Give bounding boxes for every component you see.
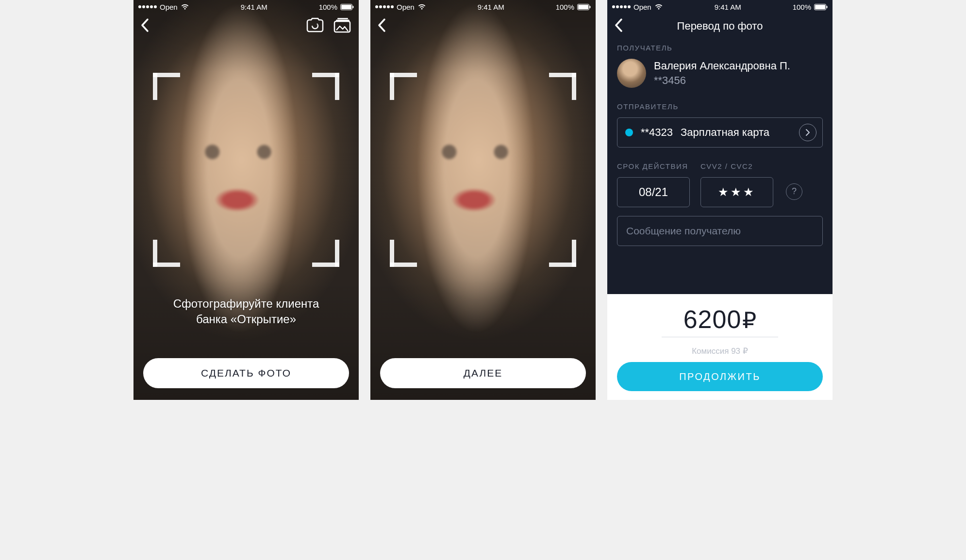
- wifi-icon: [181, 3, 189, 10]
- svg-rect-7: [578, 5, 588, 9]
- svg-rect-8: [590, 6, 591, 8]
- expiry-label: СРОК ДЕЙСТВИЯ: [617, 162, 690, 170]
- signal-dots-icon: [612, 5, 631, 8]
- screen-transfer: Open 9:41 AM 100% Перевод по фото ПОЛУЧА…: [607, 0, 833, 400]
- message-placeholder: Сообщение получателю: [626, 225, 741, 237]
- cvv-help-button[interactable]: ?: [786, 183, 802, 200]
- message-input[interactable]: Сообщение получателю: [617, 216, 823, 246]
- svg-rect-11: [827, 6, 828, 8]
- recipient-row: Валерия Александровна П. **3456: [617, 59, 823, 88]
- amount-currency: ₽: [742, 307, 756, 333]
- back-button[interactable]: [140, 18, 149, 34]
- battery-icon: [340, 4, 354, 10]
- status-bar: Open 9:41 AM 100%: [607, 0, 833, 14]
- amount-underline: [662, 337, 778, 337]
- sender-card-selector[interactable]: **4323 Зарплатная карта: [617, 117, 823, 148]
- signal-dots-icon: [375, 5, 394, 8]
- take-photo-button[interactable]: СДЕЛАТЬ ФОТО: [143, 358, 349, 388]
- back-button[interactable]: [614, 18, 623, 34]
- viewfinder-frame: [153, 73, 339, 267]
- svg-rect-5: [337, 18, 348, 19]
- switch-camera-button[interactable]: [305, 17, 325, 35]
- nav-bar: [133, 14, 359, 39]
- recipient-card-mask: **3456: [654, 74, 790, 87]
- amount-value: 6200: [683, 305, 742, 334]
- recipient-avatar: [617, 59, 646, 88]
- gallery-button[interactable]: [333, 17, 352, 35]
- sender-card-name: Зарплатная карта: [681, 126, 791, 139]
- clock-label: 9:41 AM: [478, 3, 504, 11]
- recipient-name: Валерия Александровна П.: [654, 60, 790, 72]
- viewfinder-frame: [390, 73, 576, 267]
- svg-rect-10: [815, 5, 825, 9]
- nav-bar: [370, 14, 596, 39]
- continue-button[interactable]: ПРОДОЛЖИТЬ: [617, 362, 823, 391]
- amount-panel: 6200 ₽ Комиссия 93 ₽ ПРОДОЛЖИТЬ: [607, 294, 833, 400]
- expiry-field[interactable]: 08/21: [617, 177, 690, 207]
- sender-label: ОТПРАВИТЕЛЬ: [617, 102, 823, 111]
- chevron-right-icon: [799, 124, 816, 141]
- clock-label: 9:41 AM: [241, 3, 267, 11]
- card-color-dot-icon: [625, 129, 633, 136]
- status-bar: Open 9:41 AM 100%: [133, 0, 359, 14]
- carrier-label: Open: [160, 3, 178, 11]
- status-bar: Open 9:41 AM 100%: [370, 0, 596, 14]
- signal-dots-icon: [138, 5, 157, 8]
- clock-label: 9:41 AM: [715, 3, 741, 11]
- page-title: Перевод по фото: [623, 20, 817, 33]
- svg-rect-2: [353, 6, 354, 8]
- cvv-label: CVV2 / CVC2: [700, 162, 773, 170]
- battery-icon: [814, 4, 828, 10]
- back-button[interactable]: [377, 18, 386, 34]
- next-button[interactable]: ДАЛЕЕ: [380, 358, 586, 388]
- nav-bar: Перевод по фото: [607, 14, 833, 39]
- battery-icon: [577, 4, 591, 10]
- carrier-label: Open: [633, 3, 651, 11]
- screen-camera: Open 9:41 AM 100%: [133, 0, 359, 400]
- svg-rect-4: [336, 20, 350, 21]
- recipient-label: ПОЛУЧАТЕЛЬ: [617, 44, 823, 52]
- commission-label: Комиссия 93 ₽: [692, 346, 748, 356]
- battery-label: 100%: [319, 3, 337, 11]
- battery-label: 100%: [793, 3, 811, 11]
- battery-label: 100%: [556, 3, 574, 11]
- wifi-icon: [654, 3, 663, 10]
- sender-card-mask: **4323: [641, 126, 673, 139]
- cvv-field[interactable]: ★★★: [700, 177, 773, 207]
- instruction-text: Сфотографируйте клиента банка «Открытие»: [133, 296, 359, 328]
- form-panel: ПОЛУЧАТЕЛЬ Валерия Александровна П. **34…: [607, 0, 833, 260]
- wifi-icon: [417, 3, 426, 10]
- svg-rect-1: [341, 5, 351, 9]
- screen-confirm: Open 9:41 AM 100% ДАЛЕЕ: [370, 0, 596, 400]
- amount-display[interactable]: 6200 ₽: [683, 305, 757, 334]
- carrier-label: Open: [397, 3, 415, 11]
